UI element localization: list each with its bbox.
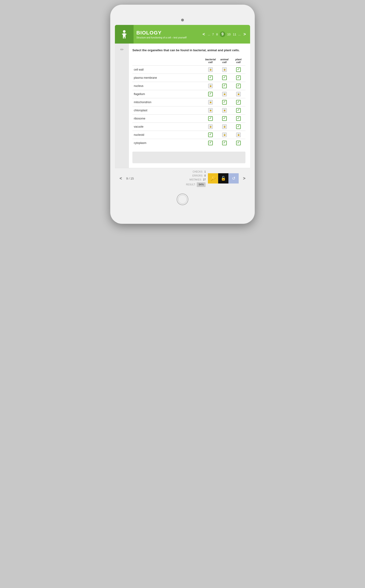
tablet-screen: BIOLOGY Structure and functioning of a c… (115, 25, 250, 189)
checkbox-animal[interactable] (218, 90, 232, 98)
header-text: BIOLOGY Structure and functioning of a c… (133, 28, 201, 41)
result-label: RESULT: (186, 183, 195, 186)
organelle-name: ribosome (132, 115, 204, 123)
checkbox-animal[interactable] (218, 74, 232, 82)
edit-icon[interactable]: ✏ (120, 47, 124, 52)
checked-checkbox[interactable] (208, 116, 213, 121)
nav-page-8[interactable]: 8 (216, 32, 218, 37)
checked-checkbox[interactable] (236, 84, 241, 88)
locked-checkbox (208, 108, 213, 113)
checkbox-bacterial[interactable] (204, 90, 218, 98)
organelle-name: flagellum (132, 90, 204, 98)
organelle-name: vacuole (132, 123, 204, 131)
checked-checkbox[interactable] (236, 67, 241, 72)
checked-checkbox[interactable] (208, 92, 213, 96)
bottom-bar: < 9 / 15 CHECKS: 1 ERRORS: 0 MI (115, 168, 250, 189)
checkbox-plant[interactable] (232, 106, 246, 115)
nav-page-7[interactable]: 7 (212, 32, 214, 37)
locked-checkbox (208, 67, 213, 72)
svg-rect-3 (125, 34, 126, 35)
checkbox-bacterial[interactable] (204, 66, 218, 74)
checkbox-bacterial[interactable] (204, 98, 218, 106)
table-row: flagellum (132, 90, 246, 98)
checked-checkbox[interactable] (222, 116, 227, 121)
organelle-name: mitochondrion (132, 98, 204, 106)
header: BIOLOGY Structure and functioning of a c… (115, 25, 250, 44)
errors-value: 0 (204, 174, 206, 178)
checkbox-bacterial[interactable] (204, 115, 218, 123)
nav-page-11[interactable]: 11 (232, 32, 237, 37)
checkbox-bacterial[interactable] (204, 82, 218, 90)
checkbox-plant[interactable] (232, 131, 246, 139)
checkbox-bacterial[interactable] (204, 131, 218, 139)
next-nav-btn[interactable]: > (242, 31, 247, 37)
checked-checkbox[interactable] (236, 100, 241, 105)
checkbox-animal[interactable] (218, 131, 232, 139)
result-value: 94% (197, 182, 206, 187)
checkbox-plant[interactable] (232, 90, 246, 98)
checkbox-plant[interactable] (232, 123, 246, 131)
checked-checkbox[interactable] (222, 141, 227, 145)
checkbox-animal[interactable] (218, 123, 232, 131)
checked-checkbox[interactable] (222, 100, 227, 105)
svg-rect-5 (125, 36, 126, 39)
checkbox-bacterial[interactable] (204, 123, 218, 131)
student-icon (119, 30, 129, 39)
table-row: plasma membrane (132, 74, 246, 82)
checkbox-bacterial[interactable] (204, 74, 218, 82)
col-header-bacterial: bacterialcell (204, 57, 218, 66)
checkbox-plant[interactable] (232, 82, 246, 90)
checkbox-animal[interactable] (218, 115, 232, 123)
prev-nav-btn[interactable]: < (201, 31, 206, 37)
checked-checkbox[interactable] (236, 75, 241, 80)
header-subtitle: Structure and functioning of a cell – te… (136, 36, 198, 39)
checkbox-plant[interactable] (232, 115, 246, 123)
checkbox-bacterial[interactable] (204, 106, 218, 115)
checkbox-bacterial[interactable] (204, 139, 218, 147)
checked-checkbox[interactable] (236, 141, 241, 145)
table-row: cell wall (132, 66, 246, 74)
home-button[interactable] (177, 193, 188, 205)
key-btn[interactable]: 🔑 (208, 173, 218, 184)
bottom-page-info: 9 / 15 (126, 177, 136, 180)
nav-page-9-active[interactable]: 9 (220, 31, 225, 37)
svg-point-0 (123, 30, 125, 33)
nav-page-10[interactable]: 10 (227, 32, 231, 37)
checked-checkbox[interactable] (222, 84, 227, 88)
checked-checkbox[interactable] (236, 108, 241, 113)
checkbox-animal[interactable] (218, 66, 232, 74)
checkbox-animal[interactable] (218, 98, 232, 106)
locked-checkbox (208, 100, 213, 105)
checks-label: CHECKS: (193, 170, 203, 174)
lock-btn[interactable]: 🔓 (218, 173, 228, 184)
col-header-plant: plantcell (232, 57, 246, 66)
feedback-box (132, 152, 246, 163)
header-icon-area (115, 25, 133, 44)
checkbox-plant[interactable] (232, 98, 246, 106)
nav-dots-right: ... (238, 33, 241, 36)
table-row: nucleus (132, 82, 246, 90)
table-row: chloroplast (132, 106, 246, 115)
checks-value: 1 (204, 170, 206, 174)
locked-checkbox (222, 132, 227, 137)
bottom-stats: CHECKS: 1 ERRORS: 0 MISTAKES: 27 RESUL (138, 170, 206, 187)
checkbox-plant[interactable] (232, 139, 246, 147)
organelle-name: nucleoid (132, 131, 204, 139)
checked-checkbox[interactable] (208, 75, 213, 80)
checked-checkbox[interactable] (236, 116, 241, 121)
checked-checkbox[interactable] (208, 141, 213, 145)
checkbox-animal[interactable] (218, 106, 232, 115)
checkbox-animal[interactable] (218, 82, 232, 90)
errors-label: ERRORS: (192, 174, 203, 178)
checkbox-plant[interactable] (232, 66, 246, 74)
checkbox-animal[interactable] (218, 139, 232, 147)
checked-checkbox[interactable] (236, 124, 241, 129)
organelle-name: chloroplast (132, 106, 204, 115)
checked-checkbox[interactable] (222, 75, 227, 80)
checked-checkbox[interactable] (208, 132, 213, 137)
bottom-next-btn[interactable]: > (241, 175, 247, 182)
bottom-prev-btn[interactable]: < (118, 175, 124, 182)
reset-btn[interactable]: ↺ (228, 173, 239, 184)
checkbox-plant[interactable] (232, 74, 246, 82)
sidebar: ✏ (115, 44, 129, 168)
